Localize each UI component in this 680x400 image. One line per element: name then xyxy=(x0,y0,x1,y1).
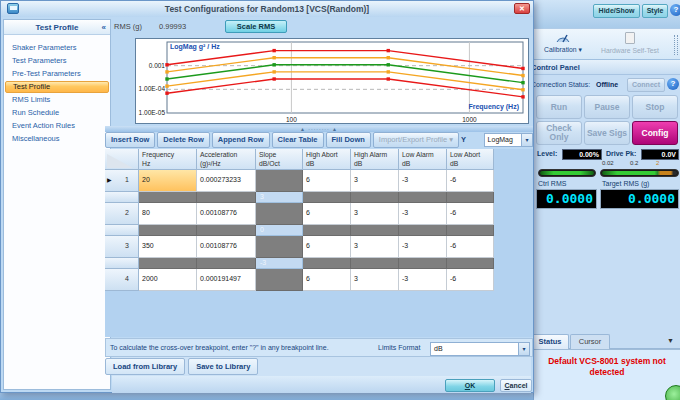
help-icon[interactable]: ? xyxy=(670,4,680,16)
calibration-button[interactable]: Calibration ▾ xyxy=(538,31,588,59)
row-header-4[interactable]: 4 xyxy=(105,269,139,291)
slope-row-gray xyxy=(399,258,447,269)
cell-high-alarm[interactable]: 3 xyxy=(351,170,399,192)
profile-chart: 10010000.0011.00E-041.00E-05LogMag g² / … xyxy=(135,38,529,124)
current-row-marker xyxy=(105,269,115,290)
connect-button[interactable]: Connect xyxy=(627,78,665,92)
sidebar-item-rms-limits[interactable]: RMS Limits xyxy=(5,94,109,106)
cell-high-alarm[interactable]: 3 xyxy=(351,269,399,291)
column-header-label: High Abort xyxy=(306,151,350,160)
help-icon[interactable]: ? xyxy=(667,78,679,90)
sidebar-item-test-parameters[interactable]: Test Parameters xyxy=(5,55,109,67)
cell-low-abort[interactable]: -6 xyxy=(447,269,494,291)
test-configurations-dialog: Test Configurations for Random13 [VCS(Ra… xyxy=(0,0,534,393)
dialog-titlebar[interactable]: Test Configurations for Random13 [VCS(Ra… xyxy=(1,1,533,17)
sidebar-item-shaker-parameters[interactable]: Shaker Parameters xyxy=(5,42,109,54)
cell-frequency[interactable]: 20 xyxy=(139,170,197,192)
close-icon[interactable]: ✕ xyxy=(514,3,530,14)
column-header-acceleration[interactable]: Acceleration(g)²/Hz xyxy=(197,149,256,170)
data-point-marker xyxy=(272,49,275,52)
append-row-button[interactable]: Append Row xyxy=(212,132,270,148)
cancel-button[interactable]: Cancel xyxy=(500,379,532,392)
load-from-library-button[interactable]: Load from Library xyxy=(105,358,185,375)
chevron-down-icon[interactable]: ▾ xyxy=(521,134,532,146)
cell-high-alarm[interactable]: 3 xyxy=(351,236,399,258)
cell-low-abort[interactable]: -6 xyxy=(447,236,494,258)
row-header-2[interactable]: 2 xyxy=(105,203,139,225)
slope-row-header xyxy=(105,225,139,236)
cell-high-abort[interactable]: 6 xyxy=(303,236,351,258)
style-button[interactable]: Style xyxy=(642,4,668,18)
delete-row-button[interactable]: Delete Row xyxy=(157,132,209,148)
cell-frequency[interactable]: 350 xyxy=(139,236,197,258)
tab-status[interactable]: Status xyxy=(533,334,569,349)
clear-table-button[interactable]: Clear Table xyxy=(272,132,324,148)
collapse-icon[interactable]: « xyxy=(102,20,106,35)
cell-slope-value[interactable]: -3 xyxy=(256,258,303,269)
insert-row-button[interactable]: Insert Row xyxy=(105,132,155,148)
system-alert-text: Default VCS-8001 system not detected xyxy=(542,356,672,378)
chevron-down-icon[interactable]: ▾ xyxy=(518,343,529,355)
cell-acceleration[interactable]: 0.000273233 xyxy=(197,170,256,192)
row-number: 1 xyxy=(115,170,138,191)
cell-acceleration[interactable]: 0.000191497 xyxy=(197,269,256,291)
ribbon-expander[interactable] xyxy=(674,35,678,55)
sidebar-item-miscellaneous[interactable]: Miscellaneous xyxy=(5,133,109,145)
table-corner-cell[interactable] xyxy=(105,149,139,170)
cell-low-alarm[interactable]: -3 xyxy=(399,203,447,225)
sidebar-item-event-action-rules[interactable]: Event Action Rules xyxy=(5,120,109,132)
sidebar-item-test-profile[interactable]: Test Profile xyxy=(5,81,109,93)
cell-frequency[interactable]: 80 xyxy=(139,203,197,225)
cell-high-alarm[interactable]: 3 xyxy=(351,203,399,225)
cell-low-alarm[interactable]: -3 xyxy=(399,170,447,192)
slope-row-gray xyxy=(197,258,256,269)
y-tick-label: 1.00E-05 xyxy=(139,109,166,116)
row-header-3[interactable]: 3 xyxy=(105,236,139,258)
column-header-high-abort[interactable]: High AbortdB xyxy=(303,149,351,170)
cell-high-abort[interactable]: 6 xyxy=(303,269,351,291)
config-button[interactable]: Config xyxy=(632,121,678,145)
column-header-frequency[interactable]: FrequencyHz xyxy=(139,149,197,170)
chevron-down-icon[interactable]: ▼ xyxy=(667,337,674,344)
check-only-button: Check Only xyxy=(536,121,582,145)
cell-high-abort[interactable]: 6 xyxy=(303,203,351,225)
sidebar-item-run-schedule[interactable]: Run Schedule xyxy=(5,107,109,119)
scale-rms-button[interactable]: Scale RMS xyxy=(225,20,287,33)
column-header-unit: dB xyxy=(306,160,350,169)
column-header-slope[interactable]: SlopedB/Oct xyxy=(256,149,303,170)
cell-frequency[interactable]: 2000 xyxy=(139,269,197,291)
column-header-low-abort[interactable]: Low AbortdB xyxy=(447,149,494,170)
column-header-unit: Hz xyxy=(142,160,196,169)
y-tick-label: 1.00E-04 xyxy=(139,85,166,92)
cell-low-alarm[interactable]: -3 xyxy=(399,236,447,258)
y-axis-dropdown[interactable]: LogMag ▾ xyxy=(484,133,533,147)
column-header-low-alarm[interactable]: Low AlarmdB xyxy=(399,149,447,170)
sidebar-item-pre-test-parameters[interactable]: Pre-Test Parameters xyxy=(5,68,109,80)
cell-low-alarm[interactable]: -3 xyxy=(399,269,447,291)
column-header-unit: dB xyxy=(354,160,398,169)
row-number: 2 xyxy=(115,203,138,224)
cell-acceleration[interactable]: 0.00108776 xyxy=(197,203,256,225)
run-button: Run xyxy=(536,95,582,119)
x-tick-label: 1000 xyxy=(462,116,477,123)
cell-low-abort[interactable]: -6 xyxy=(447,170,494,192)
row-header-1[interactable]: ▶1 xyxy=(105,170,139,192)
pin-icon[interactable] xyxy=(668,63,675,72)
cell-low-abort[interactable]: -6 xyxy=(447,203,494,225)
slope-row-gray xyxy=(447,258,494,269)
cell-slope-value[interactable]: 3 xyxy=(256,192,303,203)
ok-button[interactable]: OK xyxy=(445,379,495,392)
cell-acceleration[interactable]: 0.00108776 xyxy=(197,236,256,258)
tab-cursor[interactable]: Cursor xyxy=(570,334,610,349)
table-row: 2800.0010877663-3-6 xyxy=(105,203,533,225)
save-to-library-button[interactable]: Save to Library xyxy=(188,358,258,375)
column-header-high-alarm[interactable]: High AlarmdB xyxy=(351,149,399,170)
cell-slope-value[interactable]: 0 xyxy=(256,225,303,236)
cell-high-abort[interactable]: 6 xyxy=(303,170,351,192)
limits-format-dropdown[interactable]: dB ▾ xyxy=(430,342,530,356)
column-header-unit: dB/Oct xyxy=(259,160,302,169)
calibration-icon xyxy=(555,31,571,43)
fill-down-button[interactable]: Fill Down xyxy=(326,132,371,148)
hide-show-button[interactable]: Hide/Show xyxy=(593,4,640,18)
control-panel-header: Control Panel xyxy=(534,60,680,75)
